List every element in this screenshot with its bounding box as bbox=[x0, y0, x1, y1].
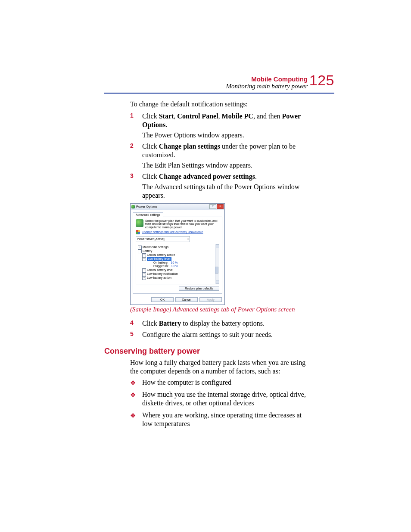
bullet-list: ❖How the computer is configured❖How much… bbox=[104, 378, 308, 428]
plan-selected: Power saver [Active] bbox=[137, 237, 165, 240]
dialog-tabs: Advanced settings bbox=[131, 210, 224, 217]
tree-plugged-in[interactable]: Plugged in: 10 % bbox=[137, 264, 218, 268]
page-number: 125 bbox=[309, 73, 334, 88]
restore-defaults-button[interactable]: Restore plan defaults bbox=[179, 286, 219, 291]
step-subtext: The Advanced settings tab of the Power O… bbox=[142, 183, 308, 200]
scrollbar[interactable] bbox=[215, 244, 219, 284]
step-text: Configure the alarm settings to suit you… bbox=[142, 331, 273, 338]
step-number: 1 bbox=[130, 112, 134, 120]
step-item: 1Click Start, Control Panel, Mobile PC, … bbox=[104, 112, 308, 140]
ok-button[interactable]: OK bbox=[151, 297, 174, 302]
step-number: 2 bbox=[130, 142, 134, 150]
tree-multimedia[interactable]: Multimedia settings bbox=[143, 246, 168, 249]
scrollbar-thumb[interactable] bbox=[215, 267, 218, 274]
step-item: 5Configure the alarm settings to suit yo… bbox=[104, 330, 308, 339]
tree-critical-action[interactable]: Critical battery action bbox=[147, 253, 175, 257]
dialog-description: Select the power plan that you want to c… bbox=[145, 219, 219, 229]
expand-icon[interactable]: + bbox=[142, 253, 146, 257]
tree-low-notification[interactable]: Low battery notification bbox=[147, 272, 178, 276]
steps-list-a: 1Click Start, Control Panel, Mobile PC, … bbox=[104, 112, 308, 200]
plan-dropdown[interactable]: Power saver [Active] ▾ bbox=[136, 236, 190, 242]
dialog-body: Select the power plan that you want to c… bbox=[133, 217, 222, 294]
expand-icon[interactable]: + bbox=[142, 272, 146, 276]
step-number: 5 bbox=[130, 330, 134, 338]
settings-tree[interactable]: +Multimedia settings −Battery +Critical … bbox=[136, 244, 219, 284]
bullet-item: ❖How the computer is configured bbox=[104, 378, 308, 387]
help-button[interactable]: ? bbox=[209, 204, 216, 209]
power-options-dialog: Power Options ? x Advanced settings Sele… bbox=[130, 203, 225, 305]
expand-icon[interactable]: + bbox=[142, 276, 146, 280]
figure-power-options: Power Options ? x Advanced settings Sele… bbox=[130, 203, 308, 305]
cancel-button[interactable]: Cancel bbox=[175, 297, 198, 302]
dialog-title: Power Options bbox=[136, 205, 157, 208]
conserving-intro: How long a fully charged battery pack la… bbox=[130, 358, 308, 376]
step-number: 4 bbox=[130, 319, 134, 327]
step-text: Click Battery to display the battery opt… bbox=[142, 320, 265, 327]
bullet-item: ❖How much you use the internal storage d… bbox=[104, 390, 308, 408]
collapse-icon[interactable]: − bbox=[138, 249, 142, 253]
diamond-bullet-icon: ❖ bbox=[130, 391, 136, 399]
tree-low-battery-level[interactable]: Low battery level bbox=[147, 257, 171, 261]
bullet-item: ❖Where you are working, since operating … bbox=[104, 411, 308, 428]
heading-conserving-battery: Conserving battery power bbox=[104, 347, 308, 356]
bullet-text: How much you use the internal storage dr… bbox=[142, 391, 306, 407]
step-subtext: The Power Options window appears. bbox=[142, 131, 308, 140]
intro-paragraph: To change the default notification setti… bbox=[130, 100, 308, 109]
power-icon bbox=[131, 205, 135, 208]
close-button[interactable]: x bbox=[217, 204, 224, 209]
page: Mobile Computing 125 Monitoring main bat… bbox=[0, 0, 411, 428]
step-number: 3 bbox=[130, 172, 134, 180]
step-item: 2Click Change plan settings under the po… bbox=[104, 142, 308, 170]
step-item: 4Click Battery to display the battery op… bbox=[104, 319, 308, 328]
uac-link[interactable]: Change settings that are currently unava… bbox=[142, 230, 203, 233]
tree-battery[interactable]: Battery bbox=[143, 249, 152, 253]
step-text: Click Change advanced power settings. bbox=[142, 173, 257, 180]
step-subtext: The Edit Plan Settings window appears. bbox=[142, 161, 308, 170]
step-text: Click Start, Control Panel, Mobile PC, a… bbox=[142, 112, 301, 128]
page-header: Mobile Computing 125 Monitoring main bat… bbox=[104, 75, 308, 94]
tree-on-battery[interactable]: On battery: 10 % bbox=[137, 261, 218, 265]
step-item: 3Click Change advanced power settings.Th… bbox=[104, 172, 308, 200]
collapse-icon[interactable]: − bbox=[142, 257, 146, 261]
chevron-down-icon: ▾ bbox=[187, 237, 189, 240]
dialog-titlebar: Power Options ? x bbox=[131, 204, 224, 210]
header-section: Monitoring main battery power bbox=[226, 83, 308, 90]
shield-icon bbox=[136, 230, 140, 234]
tree-low-action[interactable]: Low battery action bbox=[147, 276, 171, 280]
header-chapter: Mobile Computing bbox=[251, 76, 308, 83]
expand-icon[interactable]: + bbox=[142, 268, 146, 272]
bullet-text: Where you are working, since operating t… bbox=[142, 411, 302, 427]
figure-caption: (Sample Image) Advanced settings tab of … bbox=[130, 306, 308, 313]
steps-list-b: 4Click Battery to display the battery op… bbox=[104, 319, 308, 339]
tree-critical-level[interactable]: Critical battery level bbox=[147, 268, 173, 272]
expand-icon[interactable]: + bbox=[138, 246, 142, 249]
step-text: Click Change plan settings under the pow… bbox=[142, 143, 296, 159]
apply-button[interactable]: Apply bbox=[199, 297, 222, 302]
diamond-bullet-icon: ❖ bbox=[130, 412, 136, 420]
power-plan-icon bbox=[136, 219, 143, 227]
diamond-bullet-icon: ❖ bbox=[130, 379, 136, 387]
header-rule bbox=[104, 93, 334, 94]
tab-advanced-settings[interactable]: Advanced settings bbox=[133, 212, 163, 217]
bullet-text: How the computer is configured bbox=[142, 379, 231, 386]
